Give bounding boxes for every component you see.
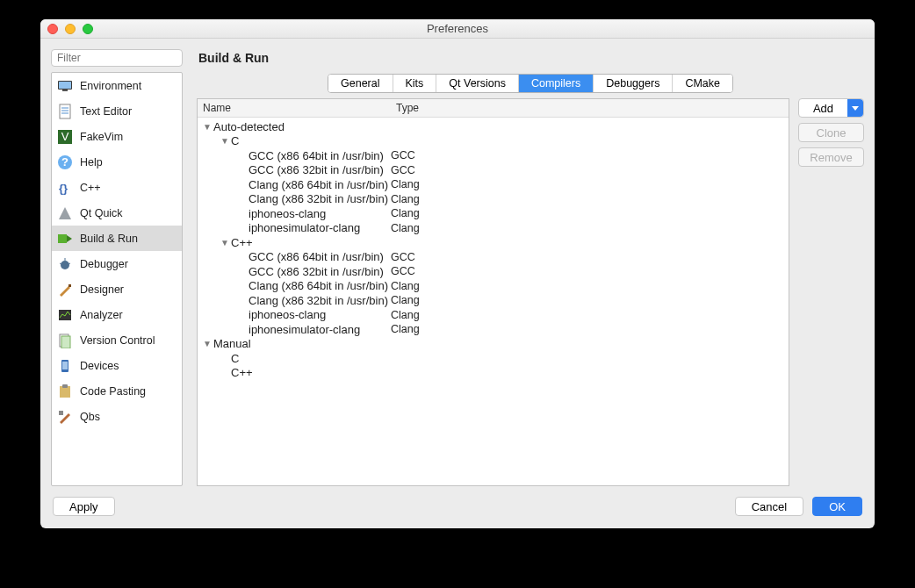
clone-button[interactable]: Clone xyxy=(798,123,864,142)
disclosure-triangle-icon[interactable]: ▼ xyxy=(203,122,212,132)
cancel-button[interactable]: Cancel xyxy=(735,497,803,516)
sidebar-item-qbs[interactable]: Qbs xyxy=(52,404,182,429)
name-cell: C xyxy=(231,352,239,365)
tab-compilers[interactable]: Compilers xyxy=(519,75,594,92)
window-title: Preferences xyxy=(40,22,875,35)
table-header: Name Type xyxy=(198,99,789,118)
remove-button[interactable]: Remove xyxy=(798,147,864,167)
type-cell: GCC xyxy=(391,149,789,161)
tab-debuggers[interactable]: Debuggers xyxy=(594,75,673,92)
sidebar-item-designer[interactable]: Designer xyxy=(52,276,182,302)
tab-general[interactable]: General xyxy=(328,75,393,92)
table-row[interactable]: GCC (x86 32bit in /usr/bin)GCC xyxy=(198,264,789,279)
disclosure-triangle-icon[interactable]: ▼ xyxy=(220,238,229,247)
name-cell: GCC (x86 32bit in /usr/bin) xyxy=(249,265,384,278)
table-row[interactable]: C xyxy=(198,351,789,366)
type-cell: Clang xyxy=(391,178,789,190)
name-cell: C++ xyxy=(231,236,253,249)
table-row[interactable]: Clang (x86 64bit in /usr/bin)Clang xyxy=(198,177,789,192)
table-row[interactable]: iphoneos-clangClang xyxy=(198,308,789,323)
sidebar-item-devices[interactable]: Devices xyxy=(52,353,182,378)
vcs-icon xyxy=(57,333,73,348)
qtquick-icon xyxy=(57,205,73,221)
svg-text:V: V xyxy=(61,130,69,143)
type-cell: Clang xyxy=(391,309,789,321)
sidebar-item-text-editor[interactable]: Text Editor xyxy=(52,98,182,124)
name-cell: GCC (x86 64bit in /usr/bin) xyxy=(249,149,384,162)
qbs-icon xyxy=(57,409,73,425)
filter-input[interactable] xyxy=(51,49,183,67)
ok-button[interactable]: OK xyxy=(812,497,862,516)
sidebar-item-debugger[interactable]: Debugger xyxy=(52,251,182,276)
sidebar-item-c-[interactable]: {}C++ xyxy=(52,175,182,200)
svg-rect-2 xyxy=(62,90,68,91)
tab-cmake[interactable]: CMake xyxy=(673,75,732,92)
svg-rect-3 xyxy=(60,104,70,118)
table-row[interactable]: iphonesimulator-clangClang xyxy=(198,322,789,337)
table-row[interactable]: iphonesimulator-clangClang xyxy=(198,221,789,236)
table-row[interactable]: Clang (x86 32bit in /usr/bin)Clang xyxy=(198,293,789,308)
table-row[interactable]: Clang (x86 32bit in /usr/bin)Clang xyxy=(198,192,789,207)
svg-rect-23 xyxy=(61,336,70,348)
sidebar-item-code-pasting[interactable]: Code Pasting xyxy=(52,378,182,404)
table-row[interactable]: C++ xyxy=(198,366,789,381)
apply-button[interactable]: Apply xyxy=(53,497,115,516)
fakevim-icon: V xyxy=(57,129,73,145)
sidebar-item-label: Debugger xyxy=(80,258,128,270)
column-type[interactable]: Type xyxy=(391,99,789,117)
table-row[interactable]: GCC (x86 64bit in /usr/bin)GCC xyxy=(198,148,789,163)
table-body: ▼Auto-detected▼CGCC (x86 64bit in /usr/b… xyxy=(198,118,789,485)
compilers-table: Name Type ▼Auto-detected▼CGCC (x86 64bit… xyxy=(197,98,789,486)
disclosure-triangle-icon[interactable]: ▼ xyxy=(203,339,212,348)
svg-rect-21 xyxy=(59,310,71,320)
name-cell: Clang (x86 64bit in /usr/bin) xyxy=(249,178,388,191)
window-body: EnvironmentText EditorVFakeVim?Help{}C++… xyxy=(40,39,875,528)
tab-kits[interactable]: Kits xyxy=(393,75,437,92)
add-label: Add xyxy=(813,102,833,115)
sidebar-item-analyzer[interactable]: Analyzer xyxy=(52,302,182,327)
footer: Apply Cancel OK xyxy=(40,490,875,528)
svg-text:{}: {} xyxy=(59,182,68,195)
tab-qt-versions[interactable]: Qt Versions xyxy=(436,75,519,92)
name-cell: Auto-detected xyxy=(213,120,285,133)
cpp-icon: {} xyxy=(57,180,73,196)
name-cell: GCC (x86 32bit in /usr/bin) xyxy=(249,163,384,176)
disclosure-triangle-icon[interactable]: ▼ xyxy=(220,136,229,146)
sidebar-item-version-control[interactable]: Version Control xyxy=(52,327,182,353)
add-button[interactable]: Add xyxy=(798,98,864,118)
name-cell: iphonesimulator-clang xyxy=(249,323,360,336)
doc-icon xyxy=(57,104,73,119)
type-cell: Clang xyxy=(391,193,789,205)
sidebar-item-qt-quick[interactable]: Qt Quick xyxy=(52,200,182,226)
table-row[interactable]: iphoneos-clangClang xyxy=(198,206,789,221)
svg-rect-25 xyxy=(62,362,68,369)
svg-point-15 xyxy=(61,261,69,269)
tree-group[interactable]: ▼C++ xyxy=(198,235,789,250)
type-cell: GCC xyxy=(391,164,789,176)
sidebar-item-fakevim[interactable]: VFakeVim xyxy=(52,124,182,149)
sidebar-item-label: Build & Run xyxy=(80,233,138,245)
table-row[interactable]: GCC (x86 32bit in /usr/bin)GCC xyxy=(198,163,789,178)
svg-rect-13 xyxy=(58,234,67,243)
name-cell: iphoneos-clang xyxy=(249,207,326,220)
paste-icon xyxy=(57,384,73,399)
help-icon: ? xyxy=(57,154,73,170)
name-cell: Clang (x86 32bit in /usr/bin) xyxy=(249,294,388,307)
name-cell: GCC (x86 64bit in /usr/bin) xyxy=(249,250,384,263)
tree-group[interactable]: ▼Auto-detected xyxy=(198,119,789,134)
column-name[interactable]: Name xyxy=(198,99,391,117)
tree-group[interactable]: ▼Manual xyxy=(198,337,789,352)
svg-marker-14 xyxy=(67,235,72,242)
tree-group[interactable]: ▼C xyxy=(198,134,789,149)
sidebar-item-help[interactable]: ?Help xyxy=(52,149,182,175)
chevron-down-icon[interactable] xyxy=(847,99,863,117)
type-cell: GCC xyxy=(391,251,789,263)
type-cell: Clang xyxy=(391,294,789,306)
monitor-icon xyxy=(57,78,73,94)
table-row[interactable]: GCC (x86 64bit in /usr/bin)GCC xyxy=(198,250,789,265)
buildrun-icon xyxy=(57,231,73,247)
type-cell: Clang xyxy=(391,323,789,335)
sidebar-item-environment[interactable]: Environment xyxy=(52,73,182,98)
table-row[interactable]: Clang (x86 64bit in /usr/bin)Clang xyxy=(198,279,789,294)
sidebar-item-build-run[interactable]: Build & Run xyxy=(52,226,182,251)
